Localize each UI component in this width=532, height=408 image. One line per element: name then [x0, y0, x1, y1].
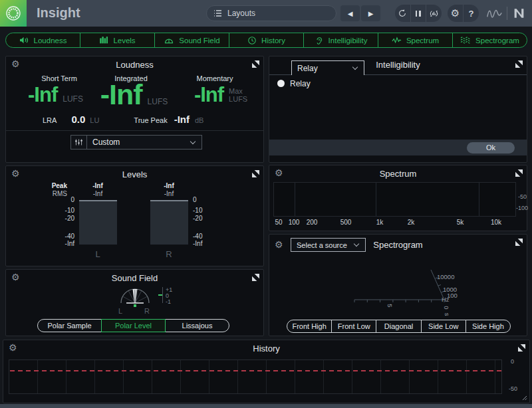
expand-icon[interactable]	[515, 239, 523, 246]
correlation-dot	[134, 304, 136, 307]
ear-icon	[315, 36, 324, 45]
scale-label: -Inf	[48, 240, 74, 247]
scale-label: -20	[48, 215, 74, 222]
lra-value: 0.0	[71, 114, 85, 125]
relay-radio[interactable]	[277, 80, 285, 87]
ni-logo	[512, 8, 526, 19]
mode-lissajous-button[interactable]: Lissajous	[165, 319, 229, 332]
right-channel-label: R	[149, 249, 189, 259]
db-tick-label: -100	[516, 205, 528, 211]
layouts-label: Layouts	[227, 9, 255, 18]
pause-icon[interactable]	[411, 5, 426, 22]
mode-polar-level-button[interactable]: Polar Level	[101, 319, 166, 332]
left-level-meter	[79, 200, 117, 245]
short-term-label: Short Term	[19, 74, 99, 82]
hz-unit-label: Hz	[442, 296, 450, 303]
spectrum-title: Spectrum	[269, 169, 527, 179]
view-side-low-button[interactable]: Side Low	[421, 320, 466, 333]
title-bar: Insight Layouts ◀ ▶	[0, 0, 532, 27]
lra-unit: LU	[90, 116, 99, 124]
gridline	[376, 183, 376, 216]
relay-radio-label: Relay	[290, 79, 311, 88]
loudness-target-line	[10, 370, 502, 371]
true-peak-unit: dB	[195, 116, 203, 124]
polar-right-label: R	[137, 307, 157, 315]
expand-icon[interactable]	[252, 60, 259, 68]
loudness-panel: ⚙ Loudness Short Term Integrated Momenta…	[5, 56, 264, 163]
layouts-icon	[213, 9, 222, 17]
gauge-icon	[164, 36, 174, 45]
spectrum-plot	[273, 182, 516, 217]
expand-icon[interactable]	[252, 274, 259, 281]
intelligibility-source-dropdown[interactable]: Relay	[291, 60, 364, 75]
true-peak-value: -Inf	[174, 114, 190, 125]
reset-icon[interactable]	[395, 5, 410, 22]
view-diagonal-button[interactable]: Diagonal	[376, 320, 421, 333]
chevron-down-icon	[352, 64, 358, 70]
waves-icon	[460, 36, 471, 45]
view-side-high-button[interactable]: Side High	[466, 320, 511, 333]
momentary-value: -Inf	[194, 83, 223, 107]
view-front-high-button[interactable]: Front High	[287, 320, 332, 333]
expand-icon[interactable]	[515, 60, 523, 68]
back-button[interactable]: ◀	[340, 5, 360, 21]
expand-icon[interactable]	[252, 170, 259, 177]
reset-meters-icon[interactable]	[426, 5, 442, 22]
titlebar-divider	[507, 7, 507, 20]
gridline	[479, 183, 479, 216]
tab-levels[interactable]: Levels	[80, 33, 155, 47]
freq-tick-label: 500	[336, 219, 356, 226]
scale-label: -40	[193, 233, 202, 240]
left-peak-value: -Inf	[78, 182, 118, 189]
tab-loudness[interactable]: Loudness	[6, 33, 80, 47]
layouts-dropdown[interactable]: Layouts	[206, 5, 336, 21]
momentary-label: Momentary	[175, 74, 255, 82]
spectrogram-source-dropdown[interactable]: Select a source	[291, 238, 366, 252]
loudness-preset-dropdown[interactable]: Custom	[70, 135, 202, 150]
right-rms-value: -Inf	[149, 190, 189, 197]
polar-meter	[119, 286, 151, 305]
tab-history[interactable]: History	[229, 33, 304, 47]
transport-group	[395, 5, 442, 22]
scale-label: -20	[193, 215, 202, 222]
tab-intelligibility[interactable]: Intelligibility	[304, 33, 378, 47]
right-peak-value: -Inf	[149, 182, 189, 189]
forward-button[interactable]: ▶	[361, 5, 380, 21]
integrated-value: -Inf	[100, 78, 142, 111]
true-peak-label: True Peak	[134, 116, 167, 124]
settings-gear-icon[interactable]: ⚙	[448, 5, 463, 22]
freq-tick-label: 1k	[370, 219, 390, 226]
help-icon[interactable]: ?	[464, 5, 479, 22]
short-term-unit: LUFS	[63, 94, 83, 104]
chevron-down-icon	[190, 138, 196, 144]
view-front-low-button[interactable]: Front Low	[331, 320, 376, 333]
polar-left-label: L	[110, 307, 130, 315]
tab-sound-field[interactable]: Sound Field	[155, 33, 229, 47]
preset-sliders-icon	[71, 136, 87, 149]
tab-spectrum[interactable]: Spectrum	[378, 33, 453, 47]
intelligibility-panel: Intelligibility Relay Relay Ok	[269, 56, 527, 163]
sound-field-panel: ⚙ Sound Field L R +1 0 -1 Polar Sample P…	[5, 269, 264, 336]
lra-label: LRA	[43, 116, 57, 124]
correlation-scale: +1 0 -1	[158, 286, 180, 305]
momentary-unit: Max LUFS	[229, 87, 250, 103]
time-origin-label: 0	[443, 306, 450, 309]
expand-icon[interactable]	[518, 344, 525, 352]
ok-button[interactable]: Ok	[467, 142, 515, 153]
freq-tick-label: 100	[284, 219, 304, 226]
spectrogram-panel: ⚙ Spectrogram Select a source 5 0 s 1000…	[269, 234, 527, 336]
expand-icon[interactable]	[515, 169, 523, 177]
db-tick-label: -50	[518, 193, 527, 200]
loudness-title: Loudness	[6, 60, 263, 70]
short-term-value: -Inf	[28, 83, 57, 107]
freq-tick-label: 2k	[401, 219, 421, 226]
settings-help-group: ⚙ ?	[448, 5, 479, 22]
level-bars-icon	[99, 36, 108, 45]
resize-handle[interactable]	[521, 395, 527, 401]
tab-spectrogram[interactable]: Spectrogram	[453, 33, 527, 47]
mode-polar-sample-button[interactable]: Polar Sample	[37, 319, 102, 332]
freq-tick-label: 10000	[437, 273, 454, 280]
intelligibility-footer: Ok	[269, 140, 527, 155]
izotope-logo	[0, 0, 27, 27]
db-tick-label: -50	[509, 385, 517, 392]
